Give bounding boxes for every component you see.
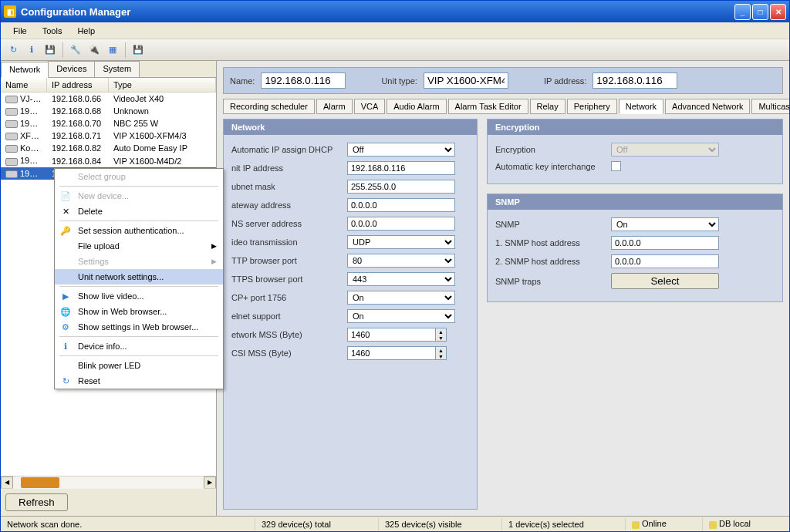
ctx-reset[interactable]: ↻Reset — [55, 373, 223, 389]
cable-icon[interactable]: 🔌 — [86, 42, 102, 58]
header-name[interactable]: Name — [1, 78, 47, 92]
rcp-select[interactable]: On — [347, 291, 455, 305]
context-separator — [59, 186, 218, 187]
horizontal-scrollbar[interactable]: ◀ ▶ — [1, 476, 216, 488]
panels-left: Network Automatic IP assign DHCPOff nit … — [223, 119, 478, 510]
tab-vca[interactable]: VCA — [354, 99, 386, 114]
scroll-track[interactable] — [13, 476, 204, 489]
device-row[interactable]: 192.16...192.168.0.68Unknown — [1, 105, 216, 117]
snmp-traps-label: SNMP traps — [495, 277, 611, 286]
auto-key-checkbox[interactable] — [611, 161, 621, 171]
encryption-panel-header: Encryption — [488, 120, 782, 135]
tab-multicasting[interactable]: Multicasting — [751, 99, 789, 114]
tab-periphery[interactable]: Periphery — [567, 99, 617, 114]
http-select[interactable]: 80 — [347, 254, 455, 268]
snmp-select[interactable]: On — [611, 217, 719, 231]
ctx-blink[interactable]: Blink power LED — [55, 358, 223, 373]
device-row[interactable]: VJ-X40...192.168.0.66VideoJet X40 — [1, 93, 216, 105]
snmp-select-button[interactable]: Select — [611, 273, 719, 289]
menu-tools[interactable]: Tools — [35, 25, 70, 37]
ctx-settings: Settings▶ — [55, 254, 223, 269]
device-row[interactable]: XFM4A ...192.168.0.71VIP X1600-XFM4/3 — [1, 130, 216, 142]
refresh-icon[interactable]: ↻ — [5, 42, 21, 58]
grid-icon[interactable]: ▦ — [105, 42, 120, 58]
snmp-panel-header: SNMP — [488, 194, 782, 210]
tab-devices[interactable]: Devices — [48, 61, 95, 77]
device-row[interactable]: 192.16...192.168.0.84VIP X1600-M4D/2 — [1, 154, 216, 167]
dhcp-select[interactable]: Off — [347, 143, 455, 157]
toolbar-separator — [62, 42, 63, 58]
close-button[interactable]: ✕ — [770, 4, 786, 20]
tab-system[interactable]: System — [94, 61, 140, 77]
dns-input[interactable] — [347, 217, 455, 231]
https-select[interactable]: 443 — [347, 272, 455, 286]
device-icon — [5, 108, 18, 116]
iscsi-spinner[interactable] — [347, 346, 436, 360]
network-panel-body: Automatic IP assign DHCPOff nit IP addre… — [224, 135, 477, 372]
info-ip-field[interactable] — [592, 72, 677, 89]
snmp-host1-input[interactable] — [611, 236, 719, 250]
left-tabs: Network Devices System — [1, 61, 216, 78]
ctx-delete[interactable]: ✕Delete — [55, 204, 223, 219]
ctx-file-upload[interactable]: File upload▶ — [55, 238, 223, 254]
info-icon[interactable]: ℹ — [24, 42, 39, 58]
telnet-select[interactable]: On — [347, 309, 455, 323]
spinner-up-icon[interactable]: ▲ — [436, 347, 446, 353]
statusbar: Network scan done. 329 device(s) total 3… — [1, 516, 789, 531]
scroll-right-button[interactable]: ▶ — [204, 476, 216, 489]
header-ip[interactable]: IP address — [47, 78, 109, 92]
device-row[interactable]: Konni's ...192.168.0.82Auto Dome Easy IP — [1, 142, 216, 154]
device-icon — [5, 170, 18, 178]
save-icon[interactable]: 💾 — [42, 42, 58, 58]
header-type[interactable]: Type — [109, 78, 216, 92]
info-type-field[interactable] — [424, 72, 508, 89]
context-menu: Select group 📄New device... ✕Delete 🔑Set… — [54, 168, 224, 389]
tab-alarm-task-editor[interactable]: Alarm Task Editor — [448, 99, 528, 114]
scroll-left-button[interactable]: ◀ — [1, 476, 13, 489]
spinner-up-icon[interactable]: ▲ — [436, 328, 446, 335]
encryption-select: Off — [611, 143, 719, 157]
spinner-down-icon[interactable]: ▼ — [436, 335, 446, 341]
tab-advanced-network[interactable]: Advanced Network — [665, 99, 750, 114]
tab-relay[interactable]: Relay — [530, 99, 565, 114]
tab-audio-alarm[interactable]: Audio Alarm — [387, 99, 446, 114]
refresh-button[interactable]: Refresh — [5, 493, 68, 511]
minimize-button[interactable]: _ — [734, 4, 751, 20]
info-icon: ℹ — [59, 340, 72, 352]
ctx-show-settings-web[interactable]: ⚙Show settings in Web browser... — [55, 319, 223, 335]
snmp-panel: SNMP SNMPOn 1. SNMP host address 2. SNMP… — [487, 194, 783, 302]
unit-ip-input[interactable] — [347, 161, 455, 175]
gateway-input[interactable] — [347, 198, 455, 212]
menu-help[interactable]: Help — [69, 25, 103, 37]
video-trans-select[interactable]: UDP — [347, 235, 455, 249]
status-scan: Network scan done. — [1, 518, 255, 530]
ctx-device-info[interactable]: ℹDevice info... — [55, 338, 223, 354]
disk-icon[interactable]: 💾 — [130, 42, 146, 58]
tab-network[interactable]: Network — [1, 62, 49, 78]
mss-spinner[interactable] — [347, 328, 436, 342]
ctx-show-web[interactable]: 🌐Show in Web browser... — [55, 304, 223, 319]
gear-icon: ⚙ — [59, 321, 72, 333]
device-row[interactable]: 192.16...192.168.0.70NBC 255 W — [1, 117, 216, 130]
reset-icon: ↻ — [59, 375, 72, 387]
spinner-down-icon[interactable]: ▼ — [436, 353, 446, 359]
ctx-unit-network[interactable]: Unit network settings... — [55, 269, 223, 285]
tab-recording-scheduler[interactable]: Recording scheduler — [223, 99, 315, 114]
https-label: TTPS browser port — [231, 274, 347, 284]
key-icon: 🔑 — [59, 224, 72, 237]
menu-file[interactable]: File — [5, 25, 35, 37]
info-name-field[interactable] — [261, 72, 346, 89]
info-name-label: Name: — [230, 76, 255, 86]
ctx-show-live[interactable]: ▶Show live video... — [55, 288, 223, 304]
maximize-button[interactable]: □ — [752, 4, 768, 20]
tab-alarm[interactable]: Alarm — [316, 99, 353, 114]
scroll-thumb[interactable] — [21, 477, 59, 488]
toolbar: ↻ ℹ 💾 🔧 🔌 ▦ 💾 — [1, 39, 789, 61]
wrench-icon[interactable]: 🔧 — [68, 42, 83, 58]
window-title: Configuration Manager — [21, 6, 734, 18]
tab-network-settings[interactable]: Network — [619, 99, 663, 114]
file-icon: 📄 — [59, 190, 72, 202]
subnet-input[interactable] — [347, 180, 455, 194]
ctx-session-auth[interactable]: 🔑Set session authentication... — [55, 223, 223, 238]
snmp-host2-input[interactable] — [611, 254, 719, 268]
